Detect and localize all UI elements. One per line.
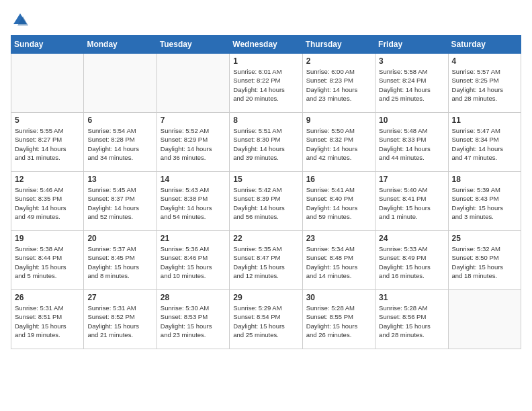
day-number: 4 [452, 56, 517, 66]
calendar-week-row: 12Sunrise: 5:46 AM Sunset: 8:35 PM Dayli… [11, 172, 521, 231]
calendar-day-18: 18Sunrise: 5:39 AM Sunset: 8:43 PM Dayli… [448, 172, 521, 231]
day-info: Sunrise: 5:45 AM Sunset: 8:37 PM Dayligh… [87, 185, 152, 221]
day-info: Sunrise: 5:28 AM Sunset: 8:56 PM Dayligh… [379, 304, 444, 339]
day-info: Sunrise: 5:38 AM Sunset: 8:44 PM Dayligh… [15, 244, 80, 280]
day-info: Sunrise: 6:00 AM Sunset: 8:23 PM Dayligh… [306, 67, 371, 103]
calendar-day-15: 15Sunrise: 5:42 AM Sunset: 8:39 PM Dayli… [230, 172, 302, 231]
day-number: 21 [161, 234, 226, 243]
day-info: Sunrise: 5:55 AM Sunset: 8:27 PM Dayligh… [15, 126, 80, 162]
calendar-day-29: 29Sunrise: 5:29 AM Sunset: 8:54 PM Dayli… [230, 290, 302, 349]
day-number: 30 [306, 293, 371, 302]
day-number: 25 [452, 234, 517, 243]
calendar-day-20: 20Sunrise: 5:37 AM Sunset: 8:45 PM Dayli… [84, 231, 157, 290]
day-info: Sunrise: 5:52 AM Sunset: 8:29 PM Dayligh… [161, 126, 226, 162]
calendar-day-14: 14Sunrise: 5:43 AM Sunset: 8:38 PM Dayli… [157, 172, 229, 231]
calendar-day-21: 21Sunrise: 5:36 AM Sunset: 8:46 PM Dayli… [157, 231, 229, 290]
calendar-header-row: SundayMondayTuesdayWednesdayThursdayFrid… [11, 36, 521, 54]
calendar-day-17: 17Sunrise: 5:40 AM Sunset: 8:41 PM Dayli… [375, 172, 448, 231]
calendar-day-27: 27Sunrise: 5:31 AM Sunset: 8:52 PM Dayli… [84, 290, 157, 349]
day-info: Sunrise: 5:41 AM Sunset: 8:40 PM Dayligh… [306, 185, 371, 221]
calendar-day-19: 19Sunrise: 5:38 AM Sunset: 8:44 PM Dayli… [11, 231, 84, 290]
calendar-day-31: 31Sunrise: 5:28 AM Sunset: 8:56 PM Dayli… [375, 290, 448, 349]
day-info: Sunrise: 5:57 AM Sunset: 8:25 PM Dayligh… [452, 67, 517, 103]
calendar-empty-cell [157, 54, 229, 113]
day-header-wednesday: Wednesday [230, 36, 302, 54]
day-number: 5 [15, 116, 80, 125]
day-info: Sunrise: 5:50 AM Sunset: 8:32 PM Dayligh… [306, 126, 371, 162]
day-info: Sunrise: 5:43 AM Sunset: 8:38 PM Dayligh… [161, 185, 226, 221]
calendar-day-7: 7Sunrise: 5:52 AM Sunset: 8:29 PM Daylig… [157, 113, 229, 172]
calendar-day-30: 30Sunrise: 5:28 AM Sunset: 8:55 PM Dayli… [302, 290, 375, 349]
calendar-day-3: 3Sunrise: 5:58 AM Sunset: 8:24 PM Daylig… [375, 54, 448, 113]
day-header-sunday: Sunday [11, 36, 84, 54]
day-number: 9 [306, 116, 371, 125]
day-number: 26 [15, 293, 80, 302]
day-number: 11 [452, 116, 517, 125]
calendar-empty-cell [11, 54, 84, 113]
calendar-day-13: 13Sunrise: 5:45 AM Sunset: 8:37 PM Dayli… [84, 172, 157, 231]
calendar-day-2: 2Sunrise: 6:00 AM Sunset: 8:23 PM Daylig… [302, 54, 375, 113]
calendar-day-24: 24Sunrise: 5:33 AM Sunset: 8:49 PM Dayli… [375, 231, 448, 290]
day-info: Sunrise: 5:33 AM Sunset: 8:49 PM Dayligh… [379, 244, 444, 280]
calendar-week-row: 5Sunrise: 5:55 AM Sunset: 8:27 PM Daylig… [11, 113, 521, 172]
day-number: 6 [87, 116, 152, 125]
day-info: Sunrise: 5:28 AM Sunset: 8:55 PM Dayligh… [306, 304, 371, 339]
calendar-day-16: 16Sunrise: 5:41 AM Sunset: 8:40 PM Dayli… [302, 172, 375, 231]
day-info: Sunrise: 5:37 AM Sunset: 8:45 PM Dayligh… [87, 244, 152, 280]
calendar-day-4: 4Sunrise: 5:57 AM Sunset: 8:25 PM Daylig… [448, 54, 521, 113]
calendar-day-25: 25Sunrise: 5:32 AM Sunset: 8:50 PM Dayli… [448, 231, 521, 290]
day-info: Sunrise: 5:30 AM Sunset: 8:53 PM Dayligh… [161, 304, 226, 339]
day-info: Sunrise: 5:48 AM Sunset: 8:33 PM Dayligh… [379, 126, 444, 162]
day-number: 16 [306, 175, 371, 184]
day-number: 10 [379, 116, 444, 125]
day-number: 3 [379, 56, 444, 66]
day-info: Sunrise: 5:40 AM Sunset: 8:41 PM Dayligh… [379, 185, 444, 221]
day-number: 1 [233, 56, 298, 66]
calendar-day-9: 9Sunrise: 5:50 AM Sunset: 8:32 PM Daylig… [302, 113, 375, 172]
day-info: Sunrise: 5:47 AM Sunset: 8:34 PM Dayligh… [452, 126, 517, 162]
day-number: 18 [452, 175, 517, 184]
day-info: Sunrise: 5:29 AM Sunset: 8:54 PM Dayligh… [233, 304, 298, 339]
day-number: 2 [306, 56, 371, 66]
page-header [11, 11, 521, 30]
day-header-saturday: Saturday [448, 36, 521, 54]
day-info: Sunrise: 5:39 AM Sunset: 8:43 PM Dayligh… [452, 185, 517, 221]
day-number: 23 [306, 234, 371, 243]
day-number: 28 [161, 293, 226, 302]
calendar-day-12: 12Sunrise: 5:46 AM Sunset: 8:35 PM Dayli… [11, 172, 84, 231]
calendar-day-6: 6Sunrise: 5:54 AM Sunset: 8:28 PM Daylig… [84, 113, 157, 172]
calendar-day-5: 5Sunrise: 5:55 AM Sunset: 8:27 PM Daylig… [11, 113, 84, 172]
day-number: 8 [233, 116, 298, 125]
day-info: Sunrise: 5:51 AM Sunset: 8:30 PM Dayligh… [233, 126, 298, 162]
calendar-day-22: 22Sunrise: 5:35 AM Sunset: 8:47 PM Dayli… [230, 231, 302, 290]
calendar-week-row: 26Sunrise: 5:31 AM Sunset: 8:51 PM Dayli… [11, 290, 521, 349]
day-info: Sunrise: 5:32 AM Sunset: 8:50 PM Dayligh… [452, 244, 517, 280]
day-info: Sunrise: 5:46 AM Sunset: 8:35 PM Dayligh… [15, 185, 80, 221]
day-number: 7 [161, 116, 226, 125]
calendar-day-8: 8Sunrise: 5:51 AM Sunset: 8:30 PM Daylig… [230, 113, 302, 172]
day-number: 31 [379, 293, 444, 302]
calendar-week-row: 1Sunrise: 6:01 AM Sunset: 8:22 PM Daylig… [11, 54, 521, 113]
day-info: Sunrise: 5:58 AM Sunset: 8:24 PM Dayligh… [379, 67, 444, 103]
day-number: 14 [161, 175, 226, 184]
day-number: 22 [233, 234, 298, 243]
calendar-day-11: 11Sunrise: 5:47 AM Sunset: 8:34 PM Dayli… [448, 113, 521, 172]
calendar-day-28: 28Sunrise: 5:30 AM Sunset: 8:53 PM Dayli… [157, 290, 229, 349]
day-number: 13 [87, 175, 152, 184]
calendar-day-23: 23Sunrise: 5:34 AM Sunset: 8:48 PM Dayli… [302, 231, 375, 290]
day-number: 15 [233, 175, 298, 184]
calendar-day-1: 1Sunrise: 6:01 AM Sunset: 8:22 PM Daylig… [230, 54, 302, 113]
day-number: 27 [87, 293, 152, 302]
calendar-table: SundayMondayTuesdayWednesdayThursdayFrid… [11, 35, 521, 349]
calendar-empty-cell [84, 54, 157, 113]
day-number: 12 [15, 175, 80, 184]
day-info: Sunrise: 5:31 AM Sunset: 8:52 PM Dayligh… [87, 304, 152, 339]
logo [11, 11, 32, 30]
day-header-tuesday: Tuesday [157, 36, 229, 54]
day-number: 20 [87, 234, 152, 243]
day-info: Sunrise: 5:36 AM Sunset: 8:46 PM Dayligh… [161, 244, 226, 280]
day-number: 24 [379, 234, 444, 243]
day-header-monday: Monday [84, 36, 157, 54]
day-info: Sunrise: 5:35 AM Sunset: 8:47 PM Dayligh… [233, 244, 298, 280]
day-info: Sunrise: 5:54 AM Sunset: 8:28 PM Dayligh… [87, 126, 152, 162]
